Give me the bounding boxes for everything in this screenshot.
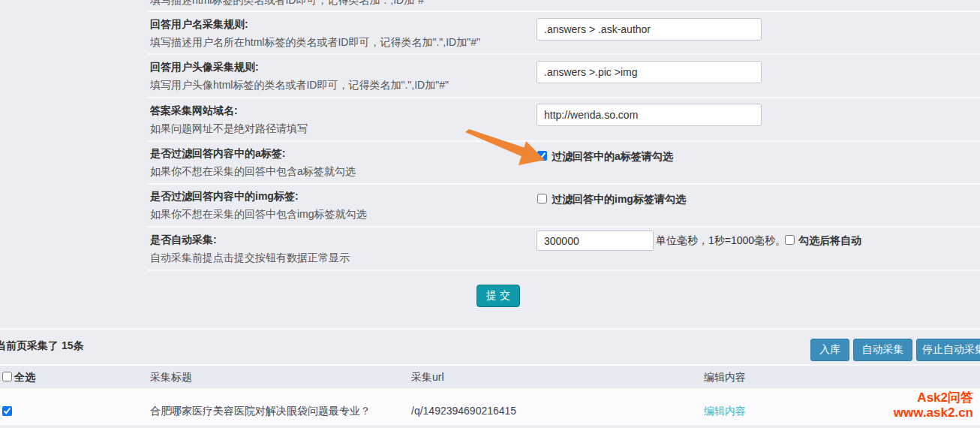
watermark-line1: Ask2问答 [894, 390, 973, 405]
row-title: 合肥哪家医疗美容医院对解决眼袋问题最专业？ [150, 405, 371, 418]
submit-button[interactable]: 提 交 [476, 285, 520, 307]
filter-a-tag-checkbox[interactable] [537, 151, 547, 161]
table-header-row [0, 366, 980, 388]
field-label: 是否过滤回答内容中的img标签: [150, 188, 533, 203]
auto-collect-checkbox-label: 勾选后将自动 [798, 234, 861, 246]
field-label: 回答用户名采集规则: [150, 17, 533, 32]
form-row-filter-a-tag: 是否过滤回答内容中的a标签: 如果你不想在采集的回答中包含a标签就勾选 [150, 146, 533, 179]
select-all-checkbox[interactable] [2, 372, 12, 381]
field-description: 如果你不想在采集的回答中包含img标签就勾选 [150, 206, 533, 222]
row-divider [148, 140, 980, 142]
row-url: /q/1492394690216415 [411, 405, 516, 417]
column-header-title: 采集标题 [150, 371, 192, 384]
filter-a-tag-checkbox-label: 过滤回答中的a标签请勾选 [552, 150, 673, 162]
field-label: 是否自动采集: [150, 232, 533, 247]
avatar-rule-input[interactable] [537, 61, 762, 83]
collector-settings-page: 填写描述html标签的类名或者ID即可，记得类名加".",ID加"#" 回答用户… [0, 0, 980, 428]
form-row-avatar-rule: 回答用户头像采集规则: 填写用户头像html标签的类名或者ID即可，记得类名加"… [150, 59, 533, 92]
form-row-filter-img-tag: 是否过滤回答内容中的img标签: 如果你不想在采集的回答中包含img标签就勾选 [150, 188, 533, 222]
username-rule-input[interactable] [537, 18, 762, 41]
field-label: 是否过滤回答内容中的a标签: [150, 146, 533, 161]
section-divider [0, 328, 980, 330]
field-label: 答案采集网站域名: [150, 103, 533, 118]
store-button[interactable]: 入库 [810, 339, 849, 361]
form-row-auto-collect: 是否自动采集: 自动采集前提点击提交按钮有数据正常显示 [150, 232, 533, 265]
form-row-site-domain: 答案采集网站域名: 如果问题网址不是绝对路径请填写 [150, 103, 533, 136]
form-row-username-rule: 回答用户名采集规则: 填写描述用户名所在html标签的类名或者ID即可，记得类名… [150, 17, 533, 50]
auto-collect-interval-input[interactable] [537, 231, 654, 251]
auto-collect-button[interactable]: 自动采集 [853, 339, 912, 361]
select-all-label: 全选 [14, 371, 35, 384]
column-header-url: 采集url [411, 371, 444, 384]
watermark-line2: www.ask2.cn [894, 405, 973, 420]
watermark: Ask2问答 www.ask2.cn [894, 390, 973, 420]
column-header-edit: 编辑内容 [704, 371, 746, 384]
clipped-row-description: 填写描述html标签的类名或者ID即可，记得类名加".",ID加"#" [150, 0, 428, 8]
row-divider [148, 97, 980, 98]
field-description: 填写描述用户名所在html标签的类名或者ID即可，记得类名加".",ID加"#" [150, 35, 533, 50]
table-divider [0, 423, 980, 425]
collection-summary: 当前页采集了 15条 [0, 339, 83, 353]
auto-collect-checkbox[interactable] [785, 235, 795, 245]
interval-unit-note: 单位毫秒，1秒=1000毫秒。 [656, 234, 786, 246]
site-domain-input[interactable] [537, 104, 762, 126]
row-divider [148, 270, 980, 271]
row-divider [148, 53, 980, 55]
row-select-checkbox[interactable] [2, 406, 12, 416]
filter-img-tag-checkbox[interactable] [537, 194, 547, 203]
edit-content-link[interactable]: 编辑内容 [704, 405, 746, 418]
field-description: 如果你不想在采集的回答中包含a标签就勾选 [150, 164, 533, 179]
field-description: 自动采集前提点击提交按钮有数据正常显示 [150, 250, 533, 265]
filter-img-tag-checkbox-label: 过滤回答中的img标签请勾选 [552, 193, 686, 205]
row-divider [148, 11, 980, 12]
field-label: 回答用户头像采集规则: [150, 59, 533, 74]
field-description: 填写用户头像html标签的类名或者ID即可，记得类名加".",ID加"#" [150, 77, 533, 92]
stop-auto-collect-button[interactable]: 停止自动采集 [916, 339, 980, 361]
field-description: 如果问题网址不是绝对路径请填写 [150, 121, 533, 136]
row-divider [148, 183, 980, 185]
row-divider [148, 226, 980, 228]
